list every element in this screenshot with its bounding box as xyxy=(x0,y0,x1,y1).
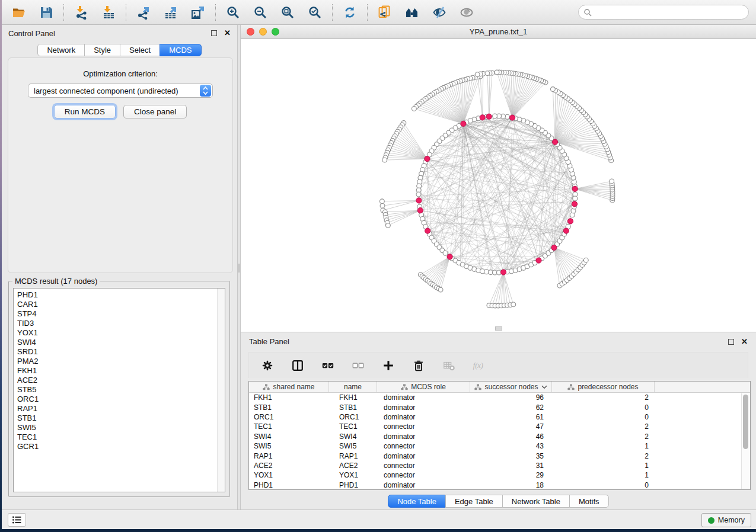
deselect-all-checkboxes-icon[interactable] xyxy=(351,358,365,373)
tab-edge-table[interactable]: Edge Table xyxy=(445,495,503,508)
fan-edge xyxy=(555,110,581,142)
mcds-result-item[interactable]: GCR1 xyxy=(17,442,225,451)
mcds-result-item[interactable]: FKH1 xyxy=(17,366,225,376)
network-edge xyxy=(450,145,558,257)
zoom-selected-icon[interactable] xyxy=(307,5,323,20)
table-row[interactable]: TEC1TEC1connector472 xyxy=(249,422,750,431)
close-panel-icon[interactable]: ✕ xyxy=(224,30,231,36)
export-image-icon[interactable] xyxy=(190,5,206,20)
column-settings-gear-icon[interactable] xyxy=(260,358,275,373)
mcds-result-item[interactable]: YOX1 xyxy=(17,328,225,338)
table-row[interactable]: YOX1YOX1connector291 xyxy=(249,470,750,480)
mcds-hub-node xyxy=(567,219,573,224)
add-column-icon[interactable] xyxy=(381,358,395,373)
save-session-icon[interactable] xyxy=(39,5,54,20)
mcds-hub-node xyxy=(572,201,577,207)
node-table[interactable]: shared namenameMCDS rolesuccessor nodesp… xyxy=(248,381,751,490)
table-row[interactable]: ORC1ORC1dominator610 xyxy=(249,412,750,422)
search-input[interactable] xyxy=(592,8,748,17)
table-panel-title: Table Panel xyxy=(249,337,289,346)
open-file-icon[interactable] xyxy=(11,5,27,20)
leaf-node xyxy=(412,107,417,111)
column-header-successor-nodes[interactable]: successor nodes xyxy=(470,382,552,392)
mcds-result-item[interactable]: ACE2 xyxy=(17,376,225,385)
export-network-icon[interactable] xyxy=(136,5,151,20)
network-canvas[interactable] xyxy=(241,39,756,332)
mcds-result-item[interactable]: TID3 xyxy=(17,319,225,328)
network-overview-icon[interactable] xyxy=(404,5,420,20)
network-graph[interactable] xyxy=(241,39,756,332)
fan-edge xyxy=(497,72,512,118)
close-panel-button[interactable]: Close panel xyxy=(123,105,187,118)
mcds-result-item[interactable]: SWI5 xyxy=(17,423,225,432)
column-header-shared-name[interactable]: shared name xyxy=(249,382,329,392)
table-row[interactable]: SWI4SWI4dominator462 xyxy=(249,432,750,441)
mcds-result-item[interactable]: CAR1 xyxy=(17,300,225,309)
table-row[interactable]: SWI5SWI5connector431 xyxy=(249,441,750,451)
cell-pred: 0 xyxy=(552,403,655,412)
export-table-icon[interactable] xyxy=(163,5,178,20)
close-table-panel-icon[interactable]: ✕ xyxy=(741,339,748,345)
tab-network-table[interactable]: Network Table xyxy=(502,495,570,508)
mcds-hub-node xyxy=(553,139,558,145)
split-columns-icon[interactable] xyxy=(291,358,305,373)
mcds-result-item[interactable]: STP4 xyxy=(17,309,225,319)
float-panel-icon[interactable] xyxy=(211,30,217,36)
table-scrollbar[interactable] xyxy=(741,393,749,489)
zoom-in-icon[interactable] xyxy=(225,5,241,20)
clone-network-icon[interactable] xyxy=(377,5,393,20)
import-table-icon[interactable] xyxy=(101,5,116,20)
mcds-hub-node xyxy=(416,198,422,203)
mcds-result-item[interactable]: SRD1 xyxy=(17,347,225,357)
mcds-result-list[interactable]: PHD1CAR1STP4TID3YOX1SWI4SRD1PMA2FKH1ACE2… xyxy=(13,288,225,492)
criterion-dropdown[interactable]: largest connected component (undirected) xyxy=(28,84,213,98)
mcds-result-item[interactable]: STB5 xyxy=(17,385,225,395)
zoom-out-icon[interactable] xyxy=(253,5,268,20)
table-row[interactable]: FKH1FKH1dominator962 xyxy=(249,393,750,402)
mcds-result-item[interactable]: SWI4 xyxy=(17,338,225,347)
mcds-result-item[interactable]: TEC1 xyxy=(17,432,225,442)
table-row[interactable]: ACE2ACE2connector311 xyxy=(249,461,750,470)
fan-edge xyxy=(498,273,503,306)
mcds-result-item[interactable]: RAP1 xyxy=(17,404,225,414)
mcds-hub-node xyxy=(500,270,506,275)
task-history-button[interactable] xyxy=(8,513,26,527)
tab-node-table[interactable]: Node Table xyxy=(388,495,446,508)
mcds-result-item[interactable]: ORC1 xyxy=(17,395,225,404)
table-scrollbar-thumb[interactable] xyxy=(743,395,748,449)
table-row[interactable]: RAP1RAP1dominator352 xyxy=(249,451,750,460)
memory-button[interactable]: Memory xyxy=(701,513,751,527)
splitter-grip[interactable] xyxy=(238,264,240,273)
run-mcds-button[interactable]: Run MCDS xyxy=(54,105,116,118)
tab-motifs[interactable]: Motifs xyxy=(569,495,609,508)
table-row[interactable]: STB1STB1dominator620 xyxy=(249,402,750,412)
delete-column-icon[interactable] xyxy=(412,358,426,373)
mcds-list-scrollbar[interactable] xyxy=(217,289,225,492)
refresh-layout-icon[interactable] xyxy=(342,5,358,20)
cell-shared: SWI4 xyxy=(249,432,329,441)
fan-edge xyxy=(512,80,539,118)
network-area: YPA_prune.txt_1 Table Panel ✕ xyxy=(241,25,756,509)
import-network-icon[interactable] xyxy=(74,5,89,20)
float-table-panel-icon[interactable] xyxy=(728,339,734,345)
zoom-fit-icon[interactable] xyxy=(280,5,295,20)
memory-label: Memory xyxy=(718,516,745,524)
show-hide-icon[interactable] xyxy=(432,5,447,20)
tab-network[interactable]: Network xyxy=(37,44,85,56)
tab-style[interactable]: Style xyxy=(84,44,120,56)
select-all-checkboxes-icon[interactable] xyxy=(321,358,335,373)
canvas-splitter-grip[interactable] xyxy=(495,326,502,331)
mcds-result-item[interactable]: STB1 xyxy=(17,414,225,423)
mcds-panel: Optimization criterion: largest connecte… xyxy=(8,57,233,273)
search-field[interactable] xyxy=(578,5,749,20)
fan-edge xyxy=(483,73,483,117)
column-header-name[interactable]: name xyxy=(329,382,377,392)
tab-select[interactable]: Select xyxy=(120,44,160,56)
table-row[interactable]: PHD1PHD1dominator180 xyxy=(249,480,750,490)
column-header-MCDS-role[interactable]: MCDS role xyxy=(377,382,470,392)
control-panel: Control Panel ✕ NetworkStyleSelectMCDS O… xyxy=(2,25,237,509)
column-header-predecessor-nodes[interactable]: predecessor nodes xyxy=(552,382,655,392)
tab-mcds[interactable]: MCDS xyxy=(160,44,201,56)
mcds-result-item[interactable]: PHD1 xyxy=(17,290,225,300)
mcds-result-item[interactable]: PMA2 xyxy=(17,357,225,366)
